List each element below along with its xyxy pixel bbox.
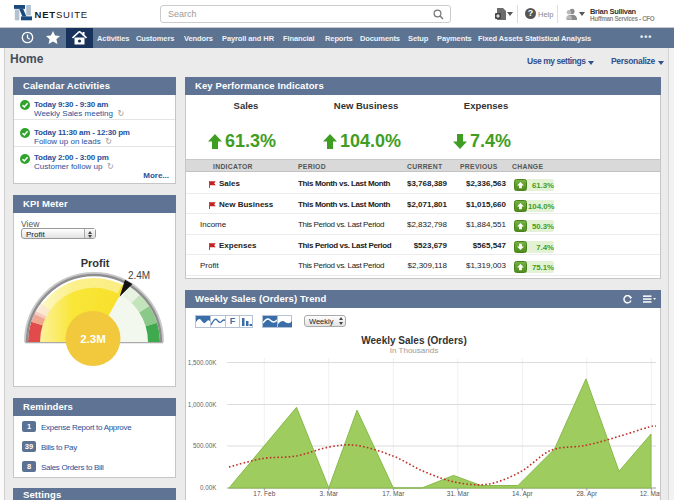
svg-text:28. Apr: 28. Apr bbox=[576, 490, 597, 498]
svg-text:Weekly Sales (Orders): Weekly Sales (Orders) bbox=[361, 335, 466, 346]
svg-text:14. Apr: 14. Apr bbox=[512, 490, 533, 498]
svg-text:2.3M: 2.3M bbox=[80, 333, 106, 345]
svg-text:0.00K: 0.00K bbox=[200, 484, 217, 491]
svg-text:Profit: Profit bbox=[81, 257, 110, 269]
svg-text:2.4M: 2.4M bbox=[128, 270, 150, 281]
svg-text:1,000.00K: 1,000.00K bbox=[188, 401, 218, 408]
svg-text:3. Mar: 3. Mar bbox=[320, 490, 339, 497]
svg-text:31. Mar: 31. Mar bbox=[447, 490, 470, 497]
svg-text:1,500.00K: 1,500.00K bbox=[188, 359, 218, 366]
svg-text:500.00K: 500.00K bbox=[193, 442, 217, 449]
svg-text:In Thousands: In Thousands bbox=[390, 346, 438, 355]
svg-text:12. May: 12. May bbox=[640, 490, 660, 498]
svg-text:17. Feb: 17. Feb bbox=[253, 490, 275, 497]
svg-text:17. Mar: 17. Mar bbox=[382, 490, 405, 497]
